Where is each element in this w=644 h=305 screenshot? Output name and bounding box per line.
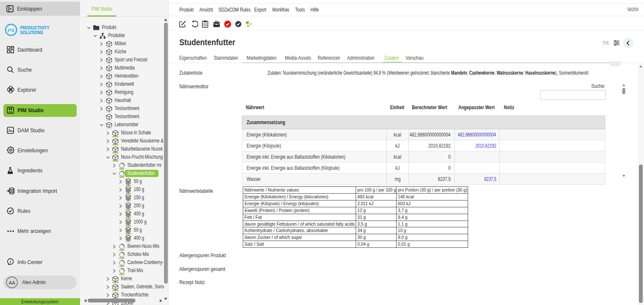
svg-text:AA: AA	[9, 280, 15, 285]
svg-text:PS: PS	[8, 28, 14, 33]
